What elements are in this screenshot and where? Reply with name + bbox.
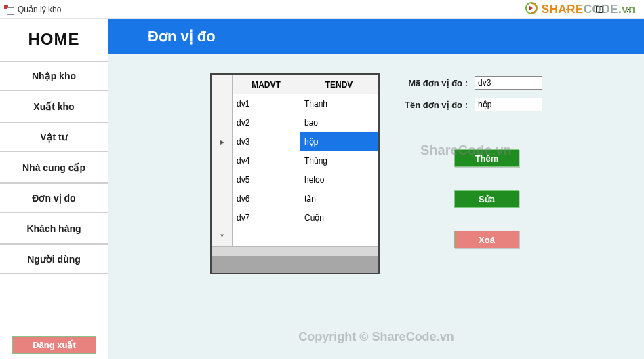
app-icon xyxy=(4,5,14,14)
data-grid[interactable]: MADVT TENDV dv1 Thanh dv2 bao ▸ xyxy=(210,73,380,274)
grid-col-madvt[interactable]: MADVT xyxy=(233,75,300,94)
client-area: HOME Nhập kho Xuất kho Vật tư Nhà cung c… xyxy=(0,19,644,359)
table-row-selected[interactable]: ▸ dv3 hộp xyxy=(212,132,378,151)
sidebar-item-xuat-kho[interactable]: Xuất kho xyxy=(0,92,108,121)
grid-row-header xyxy=(212,113,233,132)
page-title: Đơn vị đo xyxy=(148,28,216,45)
label-ma-don-vi: Mã đơn vị đo : xyxy=(400,78,475,88)
grid-col-tendv[interactable]: TENDV xyxy=(300,75,378,94)
grid-header-row: MADVT TENDV xyxy=(212,75,378,94)
content: MADVT TENDV dv1 Thanh dv2 bao ▸ xyxy=(108,54,644,359)
grid-row-header xyxy=(212,208,233,227)
sidebar: HOME Nhập kho Xuất kho Vật tư Nhà cung c… xyxy=(0,19,108,359)
grid-row-header xyxy=(212,170,233,189)
home-title[interactable]: HOME xyxy=(0,19,108,61)
table-row[interactable]: dv6 tấn xyxy=(212,189,378,208)
watermark-logo: SHARECODE.vn xyxy=(525,1,636,16)
grid-horizontal-scrollbar[interactable] xyxy=(212,246,378,256)
table-row[interactable]: dv7 Cuộn xyxy=(212,208,378,227)
input-ten-don-vi[interactable] xyxy=(475,98,542,111)
grid-row-header xyxy=(212,94,233,113)
sidebar-item-nha-cung-cap[interactable]: Nhà cung cấp xyxy=(0,153,108,183)
grid-corner xyxy=(212,75,233,94)
sidebar-item-vat-tu[interactable]: Vật tư xyxy=(0,122,108,152)
xoa-button[interactable]: Xoá xyxy=(454,231,519,248)
sidebar-item-nhap-kho[interactable]: Nhập kho xyxy=(0,61,108,91)
sidebar-item-nguoi-dung[interactable]: Người dùng xyxy=(0,244,108,274)
grid-row-header-current: ▸ xyxy=(212,132,233,151)
sidebar-item-don-vi-do[interactable]: Đơn vị đo xyxy=(0,183,108,213)
watermark-bottom: Copyright © ShareCode.vn xyxy=(108,330,644,344)
table-row[interactable]: dv2 bao xyxy=(212,113,378,132)
grid-row-new-marker: * xyxy=(212,227,233,246)
svg-marker-5 xyxy=(529,5,533,11)
sua-button[interactable]: Sửa xyxy=(454,190,519,208)
grid-row-header xyxy=(212,151,233,170)
table-row[interactable]: dv5 heloo xyxy=(212,170,378,189)
sidebar-item-khach-hang[interactable]: Khách hàng xyxy=(0,214,108,244)
watermark-center: ShareCode.vn xyxy=(420,143,511,158)
grid-row-header xyxy=(212,189,233,208)
logout-button[interactable]: Đăng xuất xyxy=(12,336,96,354)
form-row-ma: Mã đơn vị đo : xyxy=(400,76,542,90)
table-row-new[interactable]: * xyxy=(212,227,378,246)
label-ten-don-vi: Tên đơn vị đo : xyxy=(400,100,475,110)
page-header: Đơn vị đo xyxy=(108,19,644,54)
window-title: Quản lý kho xyxy=(18,5,61,14)
form-row-ten: Tên đơn vị đo : xyxy=(400,98,542,111)
table-row[interactable]: dv4 Thùng xyxy=(212,151,378,170)
table-row[interactable]: dv1 Thanh xyxy=(212,94,378,113)
input-ma-don-vi[interactable] xyxy=(475,76,542,90)
